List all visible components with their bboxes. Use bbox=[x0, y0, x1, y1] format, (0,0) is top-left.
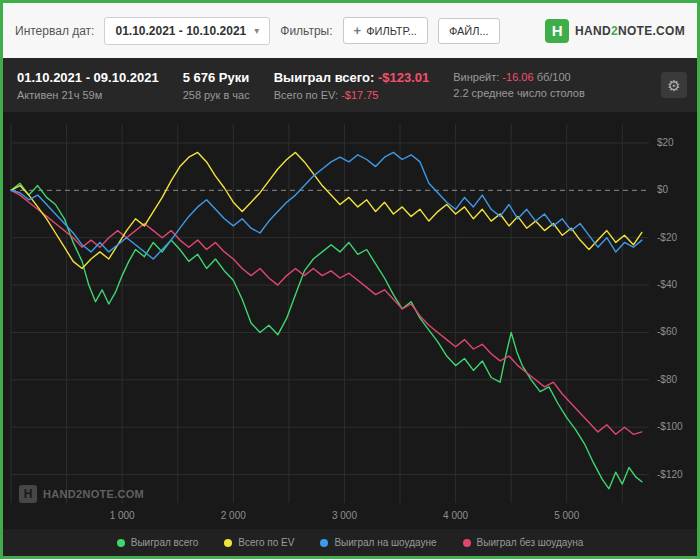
legend-label-won-total: Выиграл всего bbox=[131, 537, 199, 548]
x-axis-label: 1 000 bbox=[110, 510, 135, 521]
active-time: Активен 21ч 59м bbox=[17, 89, 159, 101]
legend-item-showdown[interactable]: Выиграл на шоудауне bbox=[320, 537, 436, 548]
ev-total-line: Всего по EV: -$17.75 bbox=[274, 89, 430, 101]
legend-label-ev: Всего по EV bbox=[238, 537, 294, 548]
winrate-value: -16.06 bbox=[502, 71, 533, 83]
x-axis-label: 5 000 bbox=[554, 510, 579, 521]
winnings-chart: $20$0-$20-$40-$60-$80-$100-$1201 0002 00… bbox=[3, 112, 697, 529]
y-axis-label: $0 bbox=[657, 184, 669, 195]
chart-legend: Выиграл всего Всего по EV Выиграл на шоу… bbox=[3, 529, 697, 556]
gear-icon: ⚙ bbox=[667, 78, 680, 93]
x-axis-label: 4 000 bbox=[443, 510, 468, 521]
won-total-value: -$123.01 bbox=[378, 70, 429, 85]
hand2note-window: Интервал дат: 01.10.2021 - 10.10.2021 ▾ … bbox=[0, 0, 700, 559]
legend-item-ev[interactable]: Всего по EV bbox=[224, 537, 294, 548]
y-axis-label: -$80 bbox=[657, 374, 677, 385]
legend-dot-showdown bbox=[320, 539, 328, 547]
winrate-line: Винрейт: -16.06 бб/100 bbox=[453, 71, 585, 83]
chevron-down-icon: ▾ bbox=[254, 25, 259, 36]
add-filter-button-label: ФИЛЬТР... bbox=[366, 25, 417, 37]
top-toolbar: Интервал дат: 01.10.2021 - 10.10.2021 ▾ … bbox=[3, 3, 697, 58]
hands-per-hour: 258 рук в час bbox=[183, 89, 250, 101]
legend-dot-ev bbox=[224, 539, 232, 547]
won-total-line: Выиграл всего: -$123.01 bbox=[274, 70, 430, 85]
legend-label-showdown: Выиграл на шоудауне bbox=[334, 537, 436, 548]
hand2note-logo-icon: H bbox=[545, 19, 569, 43]
ev-total-value: -$17.75 bbox=[341, 89, 378, 101]
legend-label-non-showdown: Выиграл без шоудауна bbox=[477, 537, 584, 548]
date-interval-label: Интервал дат: bbox=[15, 24, 94, 38]
date-range-select[interactable]: 01.10.2021 - 10.10.2021 ▾ bbox=[104, 17, 270, 45]
hand2note-logo-text: HAND2NOTE.COM bbox=[575, 24, 685, 38]
file-button[interactable]: ФАЙЛ... bbox=[438, 18, 500, 44]
legend-item-won-total[interactable]: Выиграл всего bbox=[117, 537, 199, 548]
series-line-1 bbox=[11, 152, 642, 268]
x-axis-label: 2 000 bbox=[221, 510, 246, 521]
y-axis-label: -$60 bbox=[657, 326, 677, 337]
date-range-value: 01.10.2021 - 10.10.2021 bbox=[115, 24, 246, 38]
stat-session-dates: 01.10.2021 - 09.10.2021 Активен 21ч 59м bbox=[17, 70, 159, 101]
series-line-2 bbox=[11, 152, 642, 259]
y-axis-label: -$100 bbox=[657, 421, 683, 432]
legend-dot-won-total bbox=[117, 539, 125, 547]
y-axis-label: $20 bbox=[657, 137, 674, 148]
legend-dot-non-showdown bbox=[463, 539, 471, 547]
x-axis-label: 3 000 bbox=[332, 510, 357, 521]
file-button-label: ФАЙЛ... bbox=[449, 25, 489, 37]
y-axis-label: -$40 bbox=[657, 279, 677, 290]
add-filter-button[interactable]: + ФИЛЬТР... bbox=[343, 17, 428, 44]
stat-hands: 5 676 Руки 258 рук в час bbox=[183, 70, 250, 101]
avg-tables: 2.2 среднее число столов bbox=[453, 87, 585, 99]
series-line-3 bbox=[11, 190, 642, 434]
plus-icon: + bbox=[354, 24, 362, 37]
stat-winrate: Винрейт: -16.06 бб/100 2.2 среднее число… bbox=[453, 71, 585, 99]
stats-header: 01.10.2021 - 09.10.2021 Активен 21ч 59м … bbox=[3, 58, 697, 112]
y-axis-label: -$20 bbox=[657, 232, 677, 243]
legend-item-non-showdown[interactable]: Выиграл без шоудауна bbox=[463, 537, 584, 548]
settings-button[interactable]: ⚙ bbox=[661, 72, 687, 98]
filters-label: Фильтры: bbox=[280, 24, 332, 38]
y-axis-label: -$120 bbox=[657, 469, 683, 480]
chart-area: $20$0-$20-$40-$60-$80-$100-$1201 0002 00… bbox=[3, 112, 697, 529]
hands-count: 5 676 Руки bbox=[183, 70, 250, 85]
session-date-range: 01.10.2021 - 09.10.2021 bbox=[17, 70, 159, 85]
hand2note-logo: H HAND2NOTE.COM bbox=[545, 19, 685, 43]
stat-winnings: Выиграл всего: -$123.01 Всего по EV: -$1… bbox=[274, 70, 430, 101]
